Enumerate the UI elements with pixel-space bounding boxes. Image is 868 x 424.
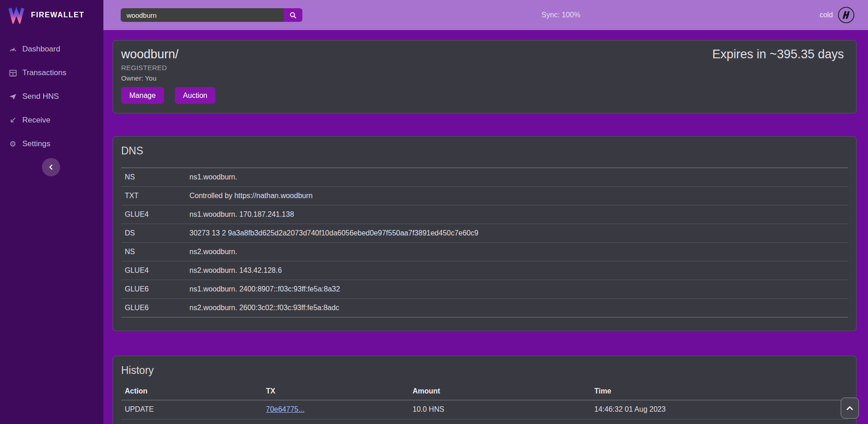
dns-record-value: ns2.woodburn. <box>186 243 848 261</box>
sidebar-item-receive[interactable]: Receive <box>0 108 103 132</box>
history-time: 14:46:32 01 Aug 2023 <box>591 400 848 419</box>
brand-header: FIREWALLET <box>0 0 103 30</box>
history-amount: 10.0 HNS <box>409 400 591 419</box>
history-col-time: Time <box>591 383 848 400</box>
domain-expiry: Expires in ~395.35 days <box>712 46 844 62</box>
search-icon <box>289 11 297 19</box>
dns-record-row: GLUE4 ns2.woodburn. 143.42.128.6 <box>121 261 848 280</box>
tx-link[interactable]: 70e64775... <box>266 405 305 413</box>
sidebar: FIREWALLET Dashboard <box>0 0 103 424</box>
history-action: UPDATE <box>121 400 262 419</box>
dns-record-row: GLUE6 ns2.woodburn. 2600:3c02::f03c:93ff… <box>121 299 848 317</box>
sidebar-item-label: Receive <box>22 116 50 125</box>
sync-status: Sync: 100% <box>541 0 580 30</box>
dns-record-value: 30273 13 2 9a3a8fb3d625d2a2073d740f10da6… <box>186 224 848 243</box>
domain-owner: Owner: You <box>121 74 844 82</box>
history-col-tx: TX <box>262 383 409 400</box>
dns-record-row: DS 30273 13 2 9a3a8fb3d625d2a2073d740f10… <box>121 224 848 243</box>
auction-button[interactable]: Auction <box>175 87 215 104</box>
dns-record-value: ns1.woodburn. <box>186 168 848 187</box>
search-input[interactable] <box>121 8 284 22</box>
dns-record-type: GLUE6 <box>121 299 186 317</box>
sidebar-item-settings[interactable]: ⚙ Settings <box>0 132 103 156</box>
dns-record-row: NS ns2.woodburn. <box>121 243 848 261</box>
history-title: History <box>121 363 848 377</box>
dns-record-type: TXT <box>121 187 186 205</box>
dns-record-row: GLUE6 ns1.woodburn. 2400:8907::f03c:93ff… <box>121 280 848 299</box>
sidebar-nav: Dashboard Transactions Send HNS <box>0 37 103 156</box>
firewallet-logo-icon <box>7 6 26 24</box>
gear-icon: ⚙ <box>8 139 17 148</box>
dns-record-type: GLUE4 <box>121 205 186 224</box>
search-button[interactable] <box>284 8 302 22</box>
wallet-selector[interactable]: cold <box>820 0 854 30</box>
domain-status: REGISTERED <box>121 64 844 72</box>
dns-record-type: NS <box>121 168 186 187</box>
history-header-row: Action TX Amount Time <box>121 383 848 400</box>
dns-record-value: ns1.woodburn. 170.187.241.138 <box>186 205 848 224</box>
main-area: Sync: 100% cold woodburn/ <box>103 0 868 424</box>
dns-records-table: NS ns1.woodburn. TXT Controlled by https… <box>121 168 848 317</box>
dns-title: DNS <box>121 144 848 158</box>
brand-name: FIREWALLET <box>31 11 84 19</box>
search-group <box>121 8 302 22</box>
scroll-to-top-button[interactable] <box>841 398 859 419</box>
history-action: RENEW <box>121 419 262 424</box>
topbar: Sync: 100% cold <box>103 0 868 30</box>
history-table: Action TX Amount Time UPDATE 70e64775...… <box>121 383 848 424</box>
page-content: woodburn/ REGISTERED Owner: You Manage A… <box>103 30 868 424</box>
dns-record-type: GLUE6 <box>121 280 186 299</box>
table-icon <box>8 68 17 77</box>
dns-record-row: GLUE4 ns1.woodburn. 170.187.241.138 <box>121 205 848 224</box>
dns-record-value: ns2.woodburn. 143.42.128.6 <box>186 261 848 280</box>
gauge-icon <box>8 45 17 54</box>
paper-plane-icon <box>8 92 17 101</box>
sidebar-item-send-hns[interactable]: Send HNS <box>0 85 103 108</box>
dns-record-value: ns2.woodburn. 2600:3c02::f03c:93ff:fe5a:… <box>186 299 848 317</box>
handshake-logo-icon[interactable] <box>838 7 854 23</box>
history-time: 15:47:02 07 Jul 2023 <box>591 419 848 424</box>
sidebar-item-label: Settings <box>22 139 50 148</box>
dns-record-type: GLUE4 <box>121 261 186 280</box>
sidebar-item-dashboard[interactable]: Dashboard <box>0 37 103 61</box>
sidebar-item-label: Transactions <box>22 68 66 77</box>
history-amount: 10.0 HNS <box>409 419 591 424</box>
history-row: UPDATE 70e64775... 10.0 HNS 14:46:32 01 … <box>121 400 848 419</box>
domain-card: woodburn/ REGISTERED Owner: You Manage A… <box>112 40 857 113</box>
dns-record-value: Controlled by https://nathan.woodburn <box>186 187 848 205</box>
dns-record-row: NS ns1.woodburn. <box>121 168 848 187</box>
manage-button[interactable]: Manage <box>121 87 164 104</box>
sidebar-item-label: Dashboard <box>22 45 60 54</box>
dns-record-value: ns1.woodburn. 2400:8907::f03c:93ff:fe5a:… <box>186 280 848 299</box>
dns-record-type: DS <box>121 224 186 243</box>
app-window: FIREWALLET Dashboard <box>0 0 868 424</box>
history-col-amount: Amount <box>409 383 591 400</box>
arrow-down-left-icon <box>8 116 17 125</box>
chevron-up-icon <box>846 405 853 411</box>
sidebar-item-transactions[interactable]: Transactions <box>0 61 103 85</box>
history-row: RENEW d7b43c1... 10.0 HNS 15:47:02 07 Ju… <box>121 419 848 424</box>
domain-actions: Manage Auction <box>121 87 844 104</box>
wallet-name: cold <box>820 11 833 19</box>
dns-record-row: TXT Controlled by https://nathan.woodbur… <box>121 187 848 205</box>
sidebar-item-label: Send HNS <box>22 92 59 101</box>
history-col-action: Action <box>121 383 262 400</box>
sidebar-collapse-button[interactable] <box>42 158 60 176</box>
history-card: History Action TX Amount Time UPDATE <box>112 356 857 424</box>
dns-card: DNS NS ns1.woodburn. TXT Controlled by h… <box>112 136 857 331</box>
dns-record-type: NS <box>121 243 186 261</box>
chevron-left-icon <box>48 164 54 170</box>
